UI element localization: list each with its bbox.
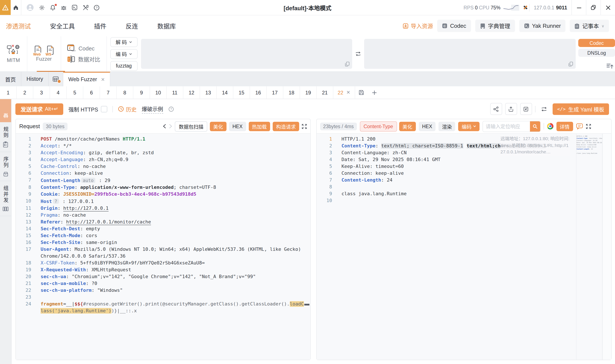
- tools-icon[interactable]: [82, 4, 89, 11]
- fuzztag-button[interactable]: fuzztag: [110, 61, 137, 71]
- chevron-right-icon[interactable]: [169, 124, 172, 129]
- render-button[interactable]: 渲染: [439, 122, 455, 131]
- code-line[interactable]: 5Cache-Control: no-cache: [16, 163, 310, 170]
- code-line[interactable]: 24fragment=__|$${#response.getWriter().p…: [16, 301, 310, 314]
- code-line[interactable]: 16Sec-Fetch-Site: same-origin: [16, 239, 310, 246]
- code-line[interactable]: 14Sec-Fetch-Dest: empty: [16, 226, 310, 233]
- restore-button[interactable]: [586, 0, 601, 15]
- dict-manager-button[interactable]: 字典管理: [475, 20, 515, 32]
- history-button[interactable]: 历史: [118, 105, 137, 113]
- code-line[interactable]: 1POST /monitor/cache/getNames HTTP/1.1: [16, 136, 310, 143]
- fuzzer-tab-10[interactable]: 10: [150, 86, 167, 99]
- code-line[interactable]: 2Accept: */*: [16, 143, 310, 150]
- menu-reverse[interactable]: 反连: [126, 21, 138, 30]
- code-line[interactable]: 10: [317, 197, 611, 204]
- code-line[interactable]: 4Accept-Language: zh-CN,zh;q=0.9: [16, 156, 310, 163]
- tab-web-fuzzer[interactable]: Web Fuzzer ✕: [63, 72, 110, 86]
- fuzzer-tab-9[interactable]: 9: [133, 86, 150, 99]
- fuzzer-tab-8[interactable]: 8: [117, 86, 133, 99]
- response-search-input[interactable]: [483, 122, 530, 131]
- code-line[interactable]: 7Content-Lengthauto : 29: [16, 177, 310, 184]
- switch-view-button[interactable]: [538, 104, 550, 115]
- code-line[interactable]: 8: [317, 184, 611, 191]
- scrollbar-thumb[interactable]: [304, 304, 309, 305]
- yak-engine-icon[interactable]: [522, 4, 529, 11]
- code-line[interactable]: 5Keep-Alive: timeout=60: [317, 163, 611, 170]
- add-fuzzer-tab-button[interactable]: [368, 86, 380, 99]
- settings-gear-icon[interactable]: [39, 4, 45, 11]
- rail-tab-concurrency[interactable]: 组并发: [0, 181, 11, 216]
- rail-tab-config[interactable]: [0, 99, 11, 122]
- code-line[interactable]: 3Accept-Encoding: gzip, deflate, br, zst…: [16, 150, 310, 156]
- scrollbar-gutter[interactable]: [602, 134, 611, 360]
- send-request-button[interactable]: 发送请求Alt+↵: [15, 103, 63, 115]
- fuzzer-tab-4[interactable]: 4: [50, 86, 67, 99]
- fuzzer-tab-18[interactable]: 18: [283, 86, 300, 99]
- decode-dropdown[interactable]: 解 码: [110, 37, 137, 47]
- menu-database[interactable]: 数据库: [157, 21, 176, 30]
- content-type-filter[interactable]: Content-Type: [360, 121, 397, 131]
- code-line[interactable]: 7Content-Length: 24: [317, 177, 611, 184]
- code-line[interactable]: 6Connection: keep-alive: [16, 170, 310, 177]
- force-https-toggle[interactable]: 强制 HTTPS: [68, 105, 107, 113]
- minimize-button[interactable]: [572, 0, 586, 15]
- copy-icon[interactable]: [568, 62, 573, 67]
- web-fuzzer-icon[interactable]: Web: [34, 46, 41, 55]
- code-line[interactable]: 11Origin: http://127.0.0.1: [16, 205, 310, 212]
- details-button[interactable]: 详情: [556, 122, 573, 131]
- feedback-comment-icon[interactable]: [576, 123, 583, 130]
- import-resources-button[interactable]: 导入资源: [403, 22, 433, 30]
- code-line[interactable]: 6Connection: keep-alive: [317, 170, 611, 177]
- close-tab-icon[interactable]: ✕: [101, 77, 105, 82]
- code-line[interactable]: 22sec-ch-ua-platform: "Windows": [16, 287, 310, 294]
- fuzzer-tab-21[interactable]: 21: [317, 86, 333, 99]
- fuzzer-tab-13[interactable]: 13: [200, 86, 217, 99]
- code-line[interactable]: 21sec-ch-ua-mobile: ?0: [16, 280, 310, 287]
- hotload-button[interactable]: 热加载: [249, 122, 270, 131]
- share-button[interactable]: [490, 103, 502, 115]
- code-line[interactable]: 9Cookie: JSESSIONID=299fb5ce-bcb3-4ec4-9…: [16, 191, 310, 198]
- copy-icon[interactable]: [345, 62, 350, 67]
- save-fuzzer-tab-button[interactable]: [355, 86, 368, 99]
- fuzzer-tab-12[interactable]: 12: [183, 86, 200, 99]
- chevron-left-icon[interactable]: [163, 124, 167, 129]
- fuzzer-tab-7[interactable]: 7: [100, 86, 117, 99]
- fuzzer-tab-2[interactable]: 2: [17, 86, 33, 99]
- terminal-icon[interactable]: [72, 5, 77, 10]
- bug-icon[interactable]: [61, 4, 67, 11]
- fuzzer-tab-19[interactable]: 19: [300, 86, 317, 99]
- minimap[interactable]: HTTP/1.1 200Content-Type: text/html; cha…: [576, 134, 602, 360]
- generate-yaml-button[interactable]: </>生成 Yaml 模板: [552, 103, 609, 115]
- fullscreen-icon[interactable]: [586, 124, 591, 129]
- beautify-button[interactable]: 美化: [399, 122, 416, 131]
- tab-history[interactable]: History: [21, 72, 49, 86]
- fuzzer-tab-22[interactable]: 22✕: [333, 86, 355, 99]
- code-line[interactable]: 20sec-ch-ua: "Chromium";v="142", "Google…: [16, 273, 310, 280]
- fuzzer-tool[interactable]: Web WS Fuzzer: [27, 36, 61, 71]
- menu-pentest[interactable]: 渗透测试: [6, 21, 31, 30]
- close-tab-icon[interactable]: ✕: [346, 90, 350, 95]
- data-compare-tool[interactable]: 数据对比: [67, 55, 100, 63]
- rail-tab-sequence[interactable]: 序列: [0, 152, 11, 181]
- fuzzer-tab-1[interactable]: 1: [0, 86, 17, 99]
- fuzzer-tab-15[interactable]: 15: [233, 86, 250, 99]
- websocket-fuzzer-icon[interactable]: WS: [46, 46, 54, 55]
- fuzzer-tab-11[interactable]: 11: [167, 86, 183, 99]
- menu-security-tools[interactable]: 安全工具: [50, 21, 75, 30]
- code-line[interactable]: 10Host? : 127.0.0.1: [16, 198, 310, 205]
- tab-home[interactable]: 首页: [0, 72, 21, 86]
- code-line[interactable]: 8Content-Type: application/x-www-form-ur…: [16, 184, 310, 191]
- blast-example-link[interactable]: 爆破示例: [142, 104, 163, 113]
- packet-scan-button[interactable]: 数据包扫描: [175, 121, 207, 131]
- open-in-chrome-icon[interactable]: [547, 123, 553, 130]
- code-line[interactable]: 4Date: Sat, 29 Nov 2025 08:16:41 GMT: [317, 156, 611, 163]
- code-line[interactable]: 12Pragma: no-cache: [16, 212, 310, 219]
- fuzzer-tab-6[interactable]: 6: [83, 86, 100, 99]
- avatar[interactable]: [26, 4, 34, 11]
- response-editor[interactable]: 远端地址：127.0.0.1:80; 响应时间: 4ms; 总耗时: 59.5m…: [317, 134, 611, 360]
- notepad-button[interactable]: 记事本 ∨: [570, 20, 609, 32]
- code-line[interactable]: 19X-Requested-With: XMLHttpRequest: [16, 267, 310, 273]
- home-button[interactable]: [11, 0, 21, 15]
- fuzzer-tab-14[interactable]: 14: [217, 86, 233, 99]
- hex-button[interactable]: HEX: [419, 122, 435, 131]
